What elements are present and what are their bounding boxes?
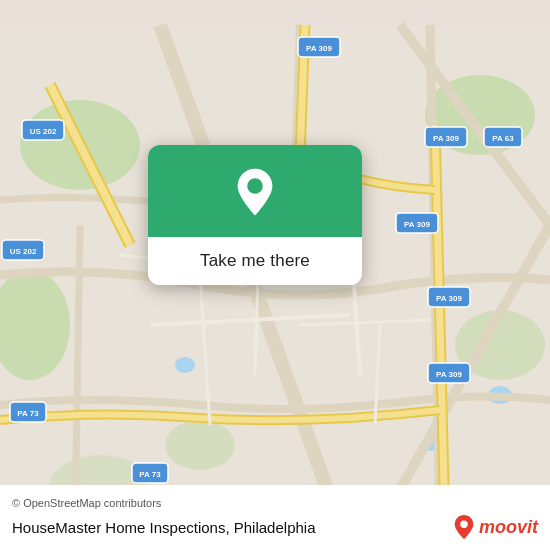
svg-text:PA 73: PA 73 (17, 409, 39, 418)
take-me-there-button[interactable]: Take me there (200, 251, 310, 271)
svg-text:PA 309: PA 309 (404, 220, 430, 229)
location-pin-icon (229, 167, 281, 219)
svg-text:US 202: US 202 (30, 127, 57, 136)
svg-text:PA 309: PA 309 (306, 44, 332, 53)
svg-point-51 (247, 178, 263, 194)
popup-top (148, 145, 362, 237)
moovit-pin-icon (453, 514, 475, 540)
business-name: HouseMaster Home Inspections, Philadelph… (12, 519, 316, 536)
svg-line-15 (75, 225, 80, 525)
bottom-row: HouseMaster Home Inspections, Philadelph… (12, 514, 538, 540)
osm-credit: © OpenStreetMap contributors (12, 493, 538, 511)
svg-text:PA 63: PA 63 (492, 134, 514, 143)
bottom-bar: © OpenStreetMap contributors HouseMaster… (0, 485, 550, 550)
svg-point-5 (165, 420, 235, 470)
popup-bottom[interactable]: Take me there (148, 237, 362, 285)
osm-credit-text: © OpenStreetMap contributors (12, 497, 161, 509)
moovit-text: moovit (479, 517, 538, 538)
svg-text:PA 309: PA 309 (436, 294, 462, 303)
svg-text:PA 309: PA 309 (436, 370, 462, 379)
map-container: US 202 US 202 PA 309 PA 309 PA 309 PA 30… (0, 0, 550, 550)
svg-text:PA 309: PA 309 (433, 134, 459, 143)
moovit-logo: moovit (453, 514, 538, 540)
svg-text:PA 73: PA 73 (139, 470, 161, 479)
popup-card: Take me there (148, 145, 362, 285)
svg-point-52 (460, 521, 467, 528)
svg-text:US 202: US 202 (10, 247, 37, 256)
svg-point-7 (175, 357, 195, 373)
